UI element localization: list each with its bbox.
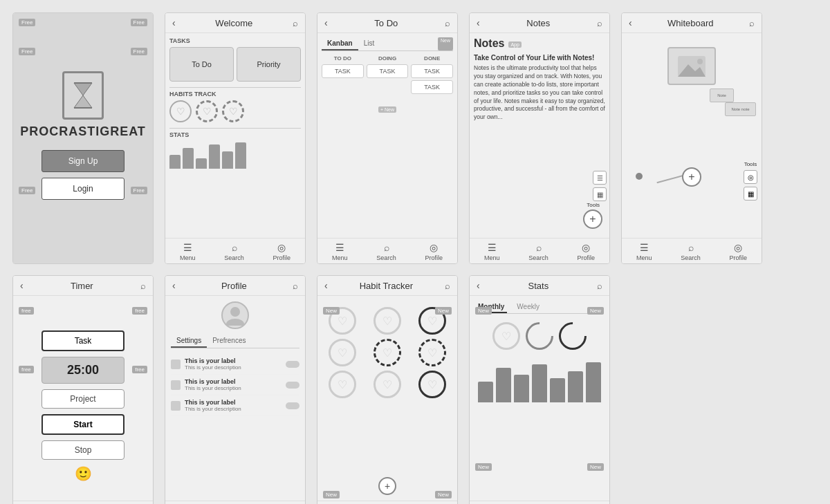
- notes-fab-button[interactable]: +: [583, 209, 602, 229]
- stats-bars: [169, 141, 301, 169]
- stats-circle-1: ♡: [492, 322, 520, 350]
- profile-back-icon[interactable]: ‹: [172, 280, 176, 291]
- timer-back-icon[interactable]: ‹: [20, 280, 24, 291]
- kanban-card-2[interactable]: TASK: [367, 64, 409, 78]
- back-icon[interactable]: ‹: [324, 17, 328, 28]
- todo-tabs: Kanban List New: [322, 37, 453, 51]
- kanban-card-1[interactable]: TASK: [322, 64, 364, 78]
- signup-button[interactable]: Sign Up: [42, 150, 124, 172]
- stats-header: ‹ Stats ⌕: [470, 276, 609, 296]
- habit-grid-row2: ♡ ♡ ♡: [323, 339, 452, 366]
- profile-label-1: This is your label: [185, 357, 282, 364]
- notes-app-tag: App: [508, 41, 521, 48]
- welcome-screen: ‹ Welcome ⌕ TASKS To Do Priority HABITS …: [165, 12, 306, 264]
- notes-search-icon[interactable]: ⌕: [597, 18, 602, 28]
- todo-footer-profile[interactable]: ◎ Profile: [425, 242, 443, 261]
- habit-tag-r: New: [435, 307, 452, 315]
- svg-point-8: [226, 319, 244, 326]
- wb-tool-2[interactable]: ▦: [744, 187, 757, 200]
- wb-profile-label: Profile: [730, 254, 748, 261]
- todo-screen: ‹ To Do ⌕ Kanban List New TO DO TASK DOI…: [317, 12, 458, 264]
- notes-footer-menu[interactable]: ☰ Menu: [484, 242, 500, 261]
- tab-preferences[interactable]: Prefrences: [207, 335, 251, 348]
- footer-search-icon: ⌕: [232, 242, 237, 253]
- kanban-col-done: DONE TASK TASK: [411, 55, 453, 96]
- notes-footer-search[interactable]: ⌕ Search: [528, 242, 548, 261]
- tab-list[interactable]: List: [358, 37, 380, 50]
- notes-header: ‹ Notes ⌕: [470, 13, 609, 33]
- tab-kanban[interactable]: Kanban: [322, 37, 358, 50]
- priority-card[interactable]: Priority: [237, 47, 301, 82]
- notes-back-icon[interactable]: ‹: [477, 17, 480, 28]
- profile-item-2: This is your label This is your descript…: [171, 375, 299, 395]
- timer-search-icon[interactable]: ⌕: [140, 281, 146, 291]
- notes-search-label: Search: [528, 254, 548, 261]
- stat-bar-6: [235, 142, 246, 169]
- wb-tool-1[interactable]: ◎: [744, 170, 757, 184]
- stats-tag-r: New: [587, 307, 604, 315]
- wb-tools-label: Tools: [744, 161, 757, 167]
- timer-tag-ml: free: [19, 366, 34, 373]
- habit-header: ‹ Habit Tracker ⌕: [317, 276, 457, 296]
- whiteboard-content: Note Note note + Tools ◎ ▦: [622, 33, 762, 242]
- tab-weekly[interactable]: Weekly: [514, 301, 542, 313]
- stats-tag-l: New: [475, 307, 492, 315]
- wb-sticky-2[interactable]: Note note: [725, 102, 756, 116]
- profile-toggle-2[interactable]: [286, 382, 299, 389]
- wb-footer-profile[interactable]: ◎ Profile: [730, 242, 748, 261]
- timer-stop-button[interactable]: Stop: [42, 440, 124, 460]
- notes-tool-icon-1[interactable]: ☰: [593, 171, 607, 185]
- stat-bar-3: [196, 158, 207, 169]
- kanban-card-3[interactable]: TASK: [411, 64, 453, 78]
- login-button[interactable]: Login: [42, 178, 124, 200]
- timer-display: 25:00: [42, 357, 124, 384]
- timer-emoji: 🙂: [75, 465, 92, 482]
- todo-search-icon[interactable]: ⌕: [445, 18, 450, 28]
- wb-title: Whiteboard: [667, 18, 713, 28]
- wb-footer-menu[interactable]: ☰ Menu: [636, 242, 652, 261]
- tab-settings[interactable]: Settings: [171, 335, 207, 348]
- profile-item-icon-1: [171, 360, 181, 369]
- todo-footer-menu[interactable]: ☰ Menu: [332, 242, 348, 261]
- wb-sticky-1[interactable]: Note: [710, 88, 734, 102]
- profile-search-icon[interactable]: ⌕: [293, 281, 298, 291]
- footer-profile[interactable]: ◎ Profile: [273, 242, 291, 261]
- timer-start-button[interactable]: Start: [42, 414, 124, 435]
- wb-back-icon[interactable]: ‹: [629, 17, 632, 28]
- notes-big-title: Notes: [474, 37, 504, 50]
- task-cards: To Do Priority: [169, 47, 301, 82]
- footer-menu[interactable]: ☰ Menu: [180, 242, 196, 261]
- search-icon[interactable]: ⌕: [293, 18, 298, 28]
- habit-search-icon[interactable]: ⌕: [445, 281, 450, 291]
- footer-search[interactable]: ⌕ Search: [224, 242, 244, 261]
- profile-toggle-1[interactable]: [286, 361, 299, 368]
- notes-tool-icon-2[interactable]: ▦: [593, 187, 607, 201]
- stats-tag-br: New: [587, 463, 604, 471]
- timer-tag-r: free: [132, 307, 147, 315]
- stats-back-icon[interactable]: ‹: [477, 280, 480, 291]
- wb-add-btn[interactable]: +: [682, 167, 701, 187]
- habit-add-button[interactable]: +: [378, 477, 396, 495]
- timer-project-button[interactable]: Project: [42, 389, 124, 409]
- timer-task-button[interactable]: Task: [42, 330, 124, 351]
- habit-back-icon[interactable]: ‹: [324, 280, 328, 291]
- stats-bar-2: [496, 368, 511, 402]
- timer-header: ‹ Timer ⌕: [13, 276, 153, 296]
- notes-footer-profile[interactable]: ◎ Profile: [578, 242, 596, 261]
- kanban-card-4[interactable]: TASK: [411, 80, 453, 94]
- habit-circle-3: ♡: [222, 100, 244, 122]
- free-tag-tr: Free: [131, 19, 147, 26]
- wb-search-icon[interactable]: ⌕: [749, 18, 755, 28]
- todo-card[interactable]: To Do: [169, 47, 234, 82]
- notes-body: Notes is the ultimate productivity tool …: [474, 64, 605, 122]
- habit-grid-row3: ♡ ♡ ♡: [323, 371, 452, 398]
- todo-header: ‹ To Do ⌕: [317, 13, 457, 33]
- profile-footer: ☰ Menu ⌕ Search ◎ Profile: [165, 501, 305, 504]
- profile-toggle-3[interactable]: [286, 402, 299, 409]
- todo-footer-search[interactable]: ⌕ Search: [376, 242, 396, 261]
- back-arrow-icon[interactable]: ‹: [172, 17, 176, 28]
- stats-content: New New Monthly Weekly ♡ New New: [470, 296, 609, 408]
- wb-footer-search[interactable]: ⌕ Search: [681, 242, 701, 261]
- notes-profile-label: Profile: [578, 254, 596, 261]
- stats-search-icon[interactable]: ⌕: [597, 281, 602, 291]
